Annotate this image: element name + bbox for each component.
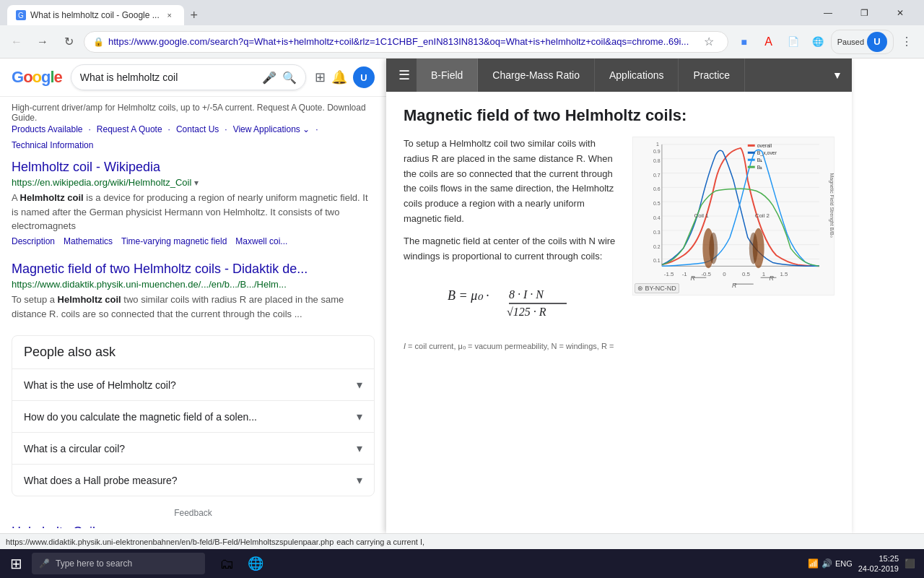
taskbar-app-chrome[interactable]: 🌐	[243, 551, 269, 577]
tab-applications[interactable]: Applications	[595, 59, 679, 92]
search-query: What is helmholtz coil	[80, 72, 178, 83]
svg-text:Magnetic Field Strenght B/B₀: Magnetic Field Strenght B/B₀	[829, 173, 834, 238]
address-bar: ← → ↻ 🔒 https://www.google.com/search?q=…	[0, 25, 924, 59]
search-results: High-current driver/amp for Helmholtz co…	[0, 97, 386, 528]
svg-text:overall: overall	[757, 143, 772, 148]
result-item-didaktik: Magnetic field of two Helmholtz coils - …	[12, 261, 375, 321]
taskbar-search[interactable]: 🎤 Type here to search	[32, 553, 205, 574]
result-title-didaktik[interactable]: Magnetic field of two Helmholtz coils - …	[12, 261, 375, 277]
cc-badge: ⊛ BY-NC-ND	[635, 283, 679, 293]
helmholtz-chart-svg: -1.5 -1 -0.5 0 0.5 1 1.5 0.1 0.2 0.3 0.4	[633, 137, 834, 295]
voice-search-icon[interactable]: 🎤	[262, 71, 276, 85]
sub-link-mathematics[interactable]: Mathematics	[64, 236, 113, 246]
status-url: https://www.didaktik.physik.uni-elektron…	[6, 538, 334, 546]
content-area: Google What is helmholtz coil 🎤 🔍 ⊞ 🔔 U	[0, 59, 924, 533]
paa-item-0[interactable]: What is the use of Helmholtz coil? ▾	[12, 368, 374, 400]
taskbar-right: 📶 🔊 ENG 15:25 24-02-2019 ⬛	[808, 553, 921, 574]
sponsored-link-contact[interactable]: Contact Us	[176, 124, 219, 134]
result-title-wikipedia[interactable]: Helmholtz coil - Wikipedia	[12, 159, 375, 176]
google-search-box[interactable]: What is helmholtz coil 🎤 🔍	[71, 64, 306, 90]
menu-button[interactable]: ⋮	[895, 30, 918, 53]
svg-point-47	[749, 233, 758, 264]
acrobat-extension[interactable]: A	[757, 30, 780, 53]
svg-rect-34	[748, 144, 755, 147]
result-snippet-wikipedia: A Helmholtz coil is a device for produci…	[12, 191, 375, 233]
svg-text:B = μ₀ ·: B = μ₀ ·	[448, 288, 489, 303]
svg-text:1: 1	[762, 271, 766, 277]
svg-text:0.8: 0.8	[653, 158, 661, 163]
people-also-ask: People also ask What is the use of Helmh…	[12, 335, 375, 496]
result-title-erau[interactable]: Helmholtz Coil	[12, 524, 375, 528]
search-panel: Google What is helmholtz coil 🎤 🔍 ⊞ 🔔 U	[0, 59, 386, 533]
reload-button[interactable]: ↻	[58, 31, 79, 53]
svg-text:B₁: B₁	[757, 158, 763, 163]
svg-text:0.6: 0.6	[653, 186, 661, 191]
bookmark-button[interactable]: ☆	[699, 32, 719, 52]
tab-charge-mass-ratio[interactable]: Charge-Mass Ratio	[478, 59, 595, 92]
paa-item-3[interactable]: What does a Hall probe measure? ▾	[12, 464, 374, 496]
overlay-text: To setup a Helmholtz coil two similar co…	[404, 137, 621, 353]
paa-question-3: What does a Hall probe measure?	[24, 475, 177, 486]
svg-text:-1: -1	[682, 271, 688, 277]
search-icon[interactable]: 🔍	[282, 71, 297, 85]
svg-text:-1.5: -1.5	[664, 271, 674, 277]
svg-text:0.7: 0.7	[653, 173, 661, 178]
result-url-didaktik: https://www.didaktik.physik.uni-muenchen…	[12, 279, 287, 290]
lock-icon: 🔒	[93, 37, 104, 47]
result-item-wikipedia: Helmholtz coil - Wikipedia https://en.wi…	[12, 159, 375, 246]
overlay-para2: The magnetic field at center of the coil…	[404, 234, 621, 264]
paa-arrow-0: ▾	[357, 378, 362, 392]
browser-tab[interactable]: G What is helmholtz coil - Google ... ×	[7, 5, 184, 25]
svg-text:0.4: 0.4	[653, 215, 661, 220]
sub-link-maxwell[interactable]: Maxwell coi...	[235, 236, 287, 246]
svg-text:1.5: 1.5	[780, 271, 788, 277]
sponsored-result: High-current driver/amp for Helmholtz co…	[12, 103, 375, 150]
svg-text:8 · I · N: 8 · I · N	[509, 288, 544, 301]
paa-item-2[interactable]: What is a circular coil? ▾	[12, 432, 374, 464]
sponsored-link-applications[interactable]: View Applications ⌄	[233, 124, 310, 134]
forward-button[interactable]: →	[32, 31, 53, 53]
extensions-button[interactable]: ■	[733, 30, 756, 53]
formula-svg: B = μ₀ · 8 · I · N √125 · R	[440, 278, 585, 322]
tab-b-field[interactable]: B-Field	[417, 59, 478, 92]
sub-links-wikipedia: Description Mathematics Time-varying mag…	[12, 236, 375, 246]
sponsored-links: Products Available · Request A Quote · C…	[12, 124, 375, 150]
sponsored-link-technical[interactable]: Technical Information	[12, 140, 93, 150]
paa-item-1[interactable]: How do you calculate the magnetic field …	[12, 400, 374, 432]
result-url-row-wikipedia: https://en.wikipedia.org/wiki/Helmholtz_…	[12, 177, 375, 188]
sub-link-timevarying[interactable]: Time-varying magnetic field	[121, 236, 227, 246]
apps-grid-icon[interactable]: ⊞	[315, 69, 326, 85]
header-right: ⊞ 🔔 U	[315, 66, 375, 88]
user-avatar[interactable]: U	[353, 66, 375, 88]
paa-header: People also ask	[12, 336, 374, 368]
overlay-scroll-button[interactable]: ▼	[829, 59, 846, 92]
overlay-para1: To setup a Helmholtz coil two similar co…	[404, 137, 621, 227]
profile-button[interactable]: U	[867, 32, 887, 52]
close-button[interactable]: ✕	[884, 0, 917, 25]
status-extra: each carrying a current I,	[336, 538, 424, 546]
taskbar: ⊞ 🎤 Type here to search 🗂 🌐 📶 🔊 ENG 15:2…	[0, 549, 924, 578]
start-button[interactable]: ⊞	[3, 551, 29, 577]
toolbar-ext2[interactable]: 📄	[782, 30, 805, 53]
new-tab-button[interactable]: +	[184, 5, 204, 25]
overlay-chart: -1.5 -1 -0.5 0 0.5 1 1.5 0.1 0.2 0.3 0.4	[632, 137, 834, 296]
sponsored-link-quote[interactable]: Request A Quote	[97, 124, 162, 134]
tab-practice[interactable]: Practice	[679, 59, 745, 92]
hamburger-button[interactable]: ☰	[392, 63, 417, 87]
taskbar-show-desktop-icon[interactable]: ⬛	[905, 558, 915, 569]
sub-link-description[interactable]: Description	[12, 236, 55, 246]
toolbar-ext3[interactable]: 🌐	[806, 30, 829, 53]
result-dropdown-wikipedia[interactable]: ▾	[194, 178, 199, 188]
svg-text:0.5: 0.5	[653, 201, 661, 206]
maximize-button[interactable]: ❐	[847, 0, 881, 25]
back-button[interactable]: ←	[6, 31, 27, 53]
paa-question-2: What is a circular coil?	[24, 443, 125, 454]
notifications-icon[interactable]: 🔔	[331, 69, 347, 85]
svg-rect-36	[748, 152, 755, 154]
sponsored-link-products[interactable]: Products Available	[12, 124, 83, 134]
taskbar-apps: 🗂 🌐	[214, 551, 269, 577]
close-tab-button[interactable]: ×	[164, 9, 175, 21]
minimize-button[interactable]: —	[811, 0, 845, 25]
taskbar-app-explorer[interactable]: 🗂	[214, 551, 240, 577]
address-bar-input[interactable]: 🔒 https://www.google.com/search?q=What+i…	[84, 31, 728, 53]
